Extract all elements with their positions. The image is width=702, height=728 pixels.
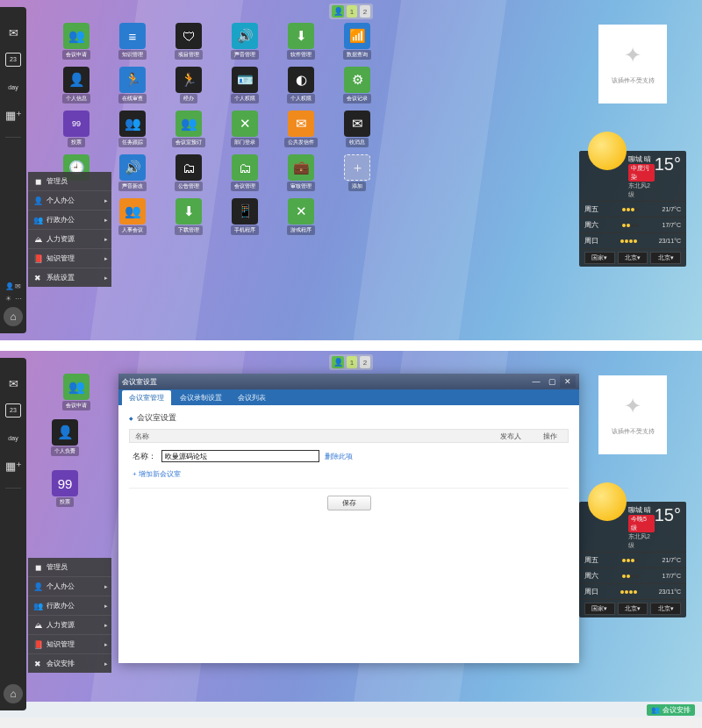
desktop-app[interactable]: ⬇软件管理: [276, 23, 326, 60]
desktop-app[interactable]: 👥会议室预订: [163, 111, 214, 147]
square-icon: ◼: [33, 563, 42, 572]
start-item-admin[interactable]: ◼ 管理员: [28, 558, 111, 576]
mail-mini-icon[interactable]: ✉: [15, 282, 22, 289]
desktop-pager[interactable]: 👤 1 2: [329, 4, 373, 19]
weather-select-country[interactable]: 国家▾: [584, 603, 615, 615]
start-item-settings[interactable]: ✖ 系统设置 ▸: [28, 268, 111, 287]
app-icon: ✕: [232, 111, 258, 137]
desktop-app[interactable]: 👥人事会议: [107, 198, 158, 235]
name-label: 名称：: [133, 451, 156, 462]
weather-select-city[interactable]: 北京▾: [650, 252, 681, 264]
weather-select-country[interactable]: 国家▾: [584, 252, 615, 264]
home-button[interactable]: ⌂: [4, 307, 23, 326]
pager-page-2[interactable]: 2: [360, 5, 370, 18]
desktop-app[interactable]: 👥任务跟踪: [107, 111, 158, 147]
app-icon: ◐: [288, 67, 314, 93]
desktop-app[interactable]: ≡知识管理: [107, 23, 158, 60]
desktop-app[interactable]: 👤个人信息: [51, 67, 102, 103]
app-label: 会议室预订: [172, 138, 205, 147]
app-icon: ＋: [344, 154, 370, 181]
app-label: 在线审查: [118, 94, 147, 103]
section-heading: ◆ 会议室设置: [129, 412, 569, 424]
dock-tray: ⌂: [4, 684, 23, 703]
app-label: 公共发信件: [284, 138, 318, 147]
desktop-app[interactable]: 🏃在线审查: [107, 67, 158, 103]
minimize-button[interactable]: —: [528, 375, 544, 388]
weather-select-city[interactable]: 北京▾: [650, 603, 681, 615]
dock-tray: 👤 ✉ ☀ ⋯ ⌂: [4, 282, 23, 326]
desktop-app[interactable]: ⬇下载管理: [163, 198, 214, 235]
start-item-admin-office[interactable]: 👥 行政办公 ▸: [28, 210, 111, 229]
desktop-app[interactable]: 🔊声音管理: [219, 23, 270, 60]
more-mini-icon[interactable]: ⋯: [15, 295, 22, 302]
desktop-app[interactable]: 🛡项目管理: [163, 23, 214, 60]
mail-icon[interactable]: ✉: [5, 25, 21, 40]
desktop-app[interactable]: 👥会议申请: [51, 374, 102, 410]
start-item-personal[interactable]: 👤 个人办公 ▸: [28, 576, 111, 596]
desktop-app[interactable]: ✕部门登录: [219, 111, 270, 147]
weather-select-province[interactable]: 北京▾: [618, 603, 648, 615]
window-titlebar[interactable]: 会议室设置 — ▢ ✕: [118, 374, 579, 389]
desktop-app[interactable]: 💼审核管理: [276, 154, 326, 191]
taskbar-item-meeting[interactable]: 👥 会议安排: [647, 704, 695, 716]
desktop-app[interactable]: 🪪个人权限: [219, 67, 270, 103]
close-button[interactable]: ✕: [560, 375, 576, 388]
home-button[interactable]: ⌂: [4, 684, 23, 703]
desktop-app[interactable]: 🗂公告管理: [163, 154, 214, 191]
desktop-app[interactable]: ◐个人权限: [276, 67, 326, 103]
mail-icon[interactable]: ✉: [5, 375, 21, 391]
desktop-app[interactable]: ＋添加: [332, 154, 383, 191]
pager-page-2[interactable]: 2: [360, 356, 370, 368]
calendar-icon[interactable]: 23: [5, 403, 21, 418]
forecast-row: 周六 17/7°C: [579, 217, 686, 232]
calendar-icon[interactable]: 23: [5, 53, 21, 67]
start-item-personal[interactable]: 👤 个人办公 ▸: [28, 190, 111, 210]
start-item-admin-office[interactable]: 👥 行政办公 ▸: [28, 596, 111, 615]
delete-link[interactable]: 删除此项: [325, 452, 353, 461]
weather-mini-icon[interactable]: ☀: [5, 295, 12, 302]
desktop-app[interactable]: 99投票: [51, 470, 79, 507]
desktop-app[interactable]: ✉公共发信件: [276, 111, 326, 147]
desktop-pager[interactable]: 👤 1 2: [329, 354, 373, 370]
dock-separator: [5, 488, 21, 489]
add-room-link[interactable]: + 增加新会议室: [133, 469, 565, 479]
desktop-app[interactable]: 🔊声音新改: [107, 154, 158, 191]
desktop-app[interactable]: ✕游戏程序: [276, 198, 326, 235]
pager-page-1[interactable]: 1: [347, 356, 357, 368]
app-icon: ✕: [288, 198, 314, 225]
pager-page-1[interactable]: 1: [347, 5, 357, 18]
app-icon: 🏃: [119, 67, 146, 93]
start-item-knowledge[interactable]: 📕 知识管理 ▸: [28, 634, 111, 653]
tab-room-manage[interactable]: 会议室管理: [122, 390, 171, 405]
user-mini-icon[interactable]: 👤: [5, 282, 12, 289]
grid-add-icon[interactable]: ▦⁺: [5, 107, 21, 123]
forecast-range: 23/11°C: [659, 589, 681, 595]
people-icon: 👥: [33, 602, 42, 610]
desktop-app[interactable]: 👤个人负责: [51, 419, 79, 456]
grid-add-icon[interactable]: ▦⁺: [5, 458, 21, 474]
day-icon[interactable]: day: [5, 430, 21, 446]
app-label: 经办: [180, 94, 197, 103]
app-label: 个人信息: [62, 94, 90, 103]
start-item-knowledge[interactable]: 📕 知识管理 ▸: [28, 248, 111, 268]
desktop-app[interactable]: ✉收消息: [332, 111, 383, 147]
maximize-button[interactable]: ▢: [544, 375, 560, 388]
desktop-app[interactable]: 🏃经办: [163, 67, 214, 103]
tab-record-settings[interactable]: 会议录制设置: [173, 390, 229, 405]
tab-meeting-list[interactable]: 会议列表: [231, 390, 273, 405]
day-icon[interactable]: day: [5, 79, 21, 95]
start-item-hr[interactable]: ⛰ 人力资源 ▸: [28, 615, 111, 634]
save-button[interactable]: 保存: [327, 496, 371, 510]
desktop-app[interactable]: 👥会议申请: [51, 23, 102, 60]
app-icon: 🗂: [176, 154, 202, 181]
start-item-meeting[interactable]: ✖ 会议安排 ▸: [28, 653, 111, 673]
desktop-app[interactable]: ⚙会议记录: [332, 67, 383, 103]
name-input[interactable]: [161, 450, 319, 462]
weather-select-province[interactable]: 北京▾: [618, 252, 648, 264]
start-item-hr[interactable]: ⛰ 人力资源 ▸: [28, 229, 111, 248]
start-item-admin[interactable]: ◼ 管理员: [28, 172, 111, 190]
desktop-app[interactable]: 📶数据查询: [332, 23, 383, 60]
desktop-app[interactable]: 🗂会议管理: [219, 154, 270, 191]
desktop-app[interactable]: 99投票: [51, 111, 102, 147]
desktop-app[interactable]: 📱手机程序: [219, 198, 270, 235]
